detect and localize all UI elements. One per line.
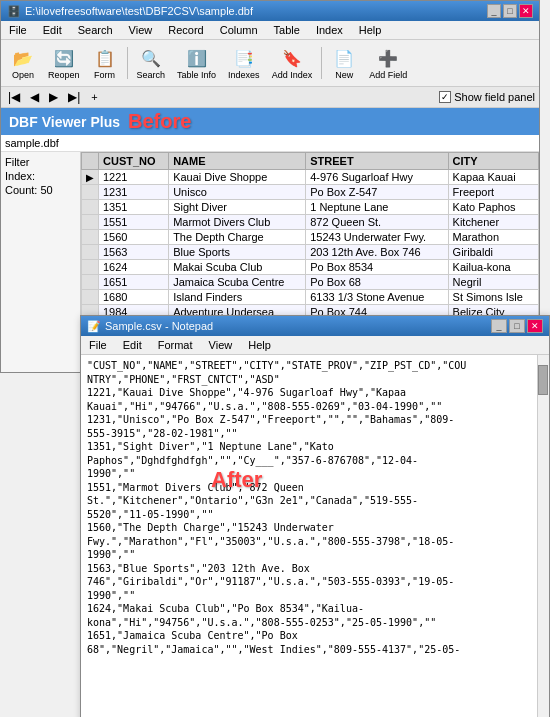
table-row[interactable]: 1551Marmot Divers Club872 Queen St.Kitch… [82, 215, 539, 230]
cell-name: The Depth Charge [169, 230, 306, 245]
toolbar: 📂 Open 🔄 Reopen 📋 Form 🔍 Search ℹ️ Table… [1, 40, 539, 87]
cell-city: Marathon [448, 230, 538, 245]
add-index-label: Add Index [272, 70, 313, 80]
sidebar: Filter Index: Count: 50 [1, 152, 81, 372]
filter-label: Filter [5, 156, 29, 168]
table-row[interactable]: 1560The Depth Charge15243 Underwater Fwy… [82, 230, 539, 245]
toolbar-separator-2 [321, 47, 322, 79]
row-indicator [82, 245, 99, 260]
add-field-label: Add Field [369, 70, 407, 80]
cell-street: 1 Neptune Lane [306, 200, 448, 215]
table-row[interactable]: 1624Makai Scuba ClubPo Box 8534Kailua-ko… [82, 260, 539, 275]
col-street: STREET [306, 153, 448, 170]
add-field-button[interactable]: ➕ Add Field [364, 43, 412, 83]
scrollbar-thumb[interactable] [538, 365, 548, 395]
menu-file[interactable]: File [5, 23, 31, 37]
cell-street: 6133 1/3 Stone Avenue [306, 290, 448, 305]
table-row[interactable]: 1351Sight Diver1 Neptune LaneKato Paphos [82, 200, 539, 215]
cell-name: Makai Scuba Club [169, 260, 306, 275]
cell-street: Po Box 68 [306, 275, 448, 290]
menu-view[interactable]: View [125, 23, 157, 37]
np-minimize-button[interactable]: _ [491, 319, 507, 333]
cell-name: Sight Diver [169, 200, 306, 215]
notepad-text[interactable]: "CUST_NO","NAME","STREET","CITY","STATE_… [87, 359, 543, 656]
nav-bar: |◀ ◀ ▶ ▶| + ✓ Show field panel [1, 87, 539, 108]
search-button[interactable]: 🔍 Search [132, 43, 171, 83]
table-body: ▶1221Kauai Dive Shoppe4-976 Sugarloaf Hw… [82, 170, 539, 320]
table-row[interactable]: 1563Blue Sports203 12th Ave. Box 746Giri… [82, 245, 539, 260]
search-icon: 🔍 [139, 46, 163, 70]
cell-city: Giribaldi [448, 245, 538, 260]
form-button[interactable]: 📋 Form [87, 43, 123, 83]
row-indicator [82, 290, 99, 305]
np-menu-edit[interactable]: Edit [119, 338, 146, 352]
open-button[interactable]: 📂 Open [5, 43, 41, 83]
table-row[interactable]: 1680Island Finders6133 1/3 Stone AvenueS… [82, 290, 539, 305]
maximize-button[interactable]: □ [503, 4, 517, 18]
np-maximize-button[interactable]: □ [509, 319, 525, 333]
row-indicator [82, 260, 99, 275]
show-panel-checkbox[interactable]: ✓ [439, 91, 451, 103]
reopen-button[interactable]: 🔄 Reopen [43, 43, 85, 83]
cell-name: Unisco [169, 185, 306, 200]
menu-help[interactable]: Help [355, 23, 386, 37]
file-path: sample.dbf [1, 135, 539, 152]
open-icon: 📂 [11, 46, 35, 70]
index-label: Index: [5, 170, 35, 182]
table-info-label: Table Info [177, 70, 216, 80]
cell-city: Kapaa Kauai [448, 170, 538, 185]
cell-street: 872 Queen St. [306, 215, 448, 230]
cell-city: Kato Paphos [448, 200, 538, 215]
np-menu-format[interactable]: Format [154, 338, 197, 352]
cell-cust_no: 1221 [99, 170, 169, 185]
indexes-button[interactable]: 📑 Indexes [223, 43, 265, 83]
file-path-text: sample.dbf [5, 137, 59, 149]
notepad-scrollbar[interactable] [537, 355, 549, 717]
row-indicator [82, 230, 99, 245]
np-title-controls: _ □ ✕ [491, 319, 543, 333]
toolbar-separator-1 [127, 47, 128, 79]
menu-edit[interactable]: Edit [39, 23, 66, 37]
table-row[interactable]: 1651Jamaica Scuba CentrePo Box 68Negril [82, 275, 539, 290]
np-close-button[interactable]: ✕ [527, 319, 543, 333]
np-menu-view[interactable]: View [205, 338, 237, 352]
table-row[interactable]: 1231UniscoPo Box Z-547Freeport [82, 185, 539, 200]
search-label: Search [137, 70, 166, 80]
np-title-left: 📝 Sample.csv - Notepad [87, 320, 213, 333]
cell-city: Kitchener [448, 215, 538, 230]
notepad-content: "CUST_NO","NAME","STREET","CITY","STATE_… [81, 355, 549, 717]
np-menu-help[interactable]: Help [244, 338, 275, 352]
np-menu-file[interactable]: File [85, 338, 111, 352]
notepad-window: 📝 Sample.csv - Notepad _ □ ✕ File Edit F… [80, 315, 550, 717]
menu-table[interactable]: Table [270, 23, 304, 37]
window-title: E:\ilovefreesoftware\test\DBF2CSV\sample… [25, 5, 253, 17]
nav-prev-button[interactable]: ◀ [27, 89, 42, 105]
add-index-button[interactable]: 🔖 Add Index [267, 43, 318, 83]
nav-add-button[interactable]: + [91, 91, 97, 103]
window-icon: 🗄️ [7, 5, 21, 18]
cell-city: Negril [448, 275, 538, 290]
table-info-button[interactable]: ℹ️ Table Info [172, 43, 221, 83]
cell-city: St Simons Isle [448, 290, 538, 305]
minimize-button[interactable]: _ [487, 4, 501, 18]
cell-cust_no: 1231 [99, 185, 169, 200]
col-indicator [82, 153, 99, 170]
new-button[interactable]: 📄 New [326, 43, 362, 83]
menu-record[interactable]: Record [164, 23, 207, 37]
cell-cust_no: 1563 [99, 245, 169, 260]
menu-search[interactable]: Search [74, 23, 117, 37]
nav-first-button[interactable]: |◀ [5, 89, 23, 105]
cell-street: Po Box Z-547 [306, 185, 448, 200]
menu-column[interactable]: Column [216, 23, 262, 37]
menu-index[interactable]: Index [312, 23, 347, 37]
row-indicator [82, 275, 99, 290]
close-button[interactable]: ✕ [519, 4, 533, 18]
table-row[interactable]: ▶1221Kauai Dive Shoppe4-976 Sugarloaf Hw… [82, 170, 539, 185]
brand-bar: DBF Viewer Plus Before [1, 108, 539, 135]
nav-next-button[interactable]: ▶ [46, 89, 61, 105]
nav-last-button[interactable]: ▶| [65, 89, 83, 105]
cell-name: Jamaica Scuba Centre [169, 275, 306, 290]
table-header-row: CUST_NO NAME STREET CITY [82, 153, 539, 170]
show-panel-label: Show field panel [454, 91, 535, 103]
table-info-icon: ℹ️ [185, 46, 209, 70]
